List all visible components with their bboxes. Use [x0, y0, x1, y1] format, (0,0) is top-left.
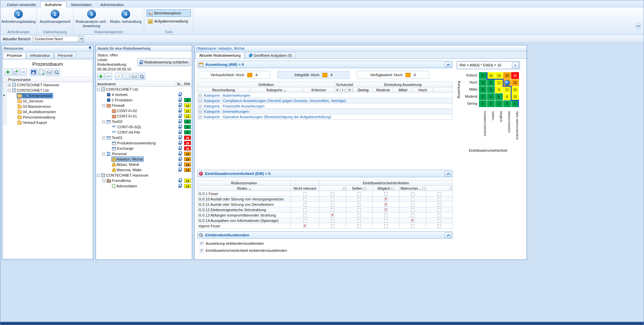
asset-tree-row[interactable]: Produktionsanwendung 25 — [96, 140, 192, 146]
ressourcen-tab[interactable]: Infrastruktur — [26, 52, 54, 58]
tree-expander-icon[interactable]: - — [8, 89, 11, 92]
expand-icon[interactable] — [199, 110, 202, 113]
sehr-wahrscheinlich-checkbox[interactable] — [437, 192, 441, 196]
anforderungskatalog-button[interactable]: 1 Anforderungskatalog — [2, 8, 35, 24]
selten-checkbox[interactable] — [357, 208, 361, 212]
unwahrscheinlich-checkbox[interactable] — [331, 224, 334, 228]
option-checkbox[interactable]: ✓ — [200, 249, 204, 252]
asset-tree-row[interactable]: CONT-Fi-01 12 — [96, 113, 192, 119]
sehr-wahrscheinlich-checkbox[interactable] — [437, 214, 441, 217]
nicht-relevant-checkbox[interactable] — [303, 214, 307, 217]
ew-wahrscheinlich-header[interactable]: Wahrschei... — [399, 186, 426, 191]
expand-icon[interactable] — [199, 115, 202, 119]
asset-tree-row[interactable]: - CONTECHNET Ltd. — [96, 87, 192, 92]
wahrscheinlich-checkbox[interactable] — [411, 197, 415, 201]
expand-matrix-button[interactable] — [512, 62, 519, 68]
wahrscheinlich-checkbox[interactable] — [411, 203, 415, 206]
moeglich-checkbox[interactable]: ✗ — [384, 203, 388, 206]
moeglich-checkbox[interactable] — [384, 219, 388, 223]
asset-node[interactable]: Exchange — [112, 146, 135, 151]
asset-tree-row[interactable]: Haladyn, Michal 16 — [96, 156, 192, 162]
asset-tree-row[interactable]: 4 Vertrieb — [96, 92, 192, 97]
nicht-relevant-checkbox[interactable] — [303, 197, 307, 201]
moeglich-checkbox[interactable] — [384, 192, 388, 196]
asset-tree-row[interactable]: Adressdaten 15 — [96, 183, 192, 189]
risk-scenario-row[interactable]: G 0.10 Ausfall oder Störung von Versorgu… — [198, 196, 453, 202]
unwahrscheinlich-checkbox[interactable] — [331, 192, 334, 196]
asset-node[interactable]: Wannow, Malte — [112, 168, 143, 172]
unwahrscheinlich-checkbox[interactable] — [331, 203, 334, 206]
sehr-wahrscheinlich-checkbox[interactable] — [437, 224, 441, 228]
asset-tree-row[interactable]: Exchange 25 — [96, 146, 192, 151]
asset-node[interactable]: Personal — [106, 151, 127, 156]
ressourcen-tab[interactable]: Prozesse — [3, 52, 26, 58]
asset-node[interactable]: CONT-04-File — [112, 130, 141, 135]
category-label[interactable]: Kategorie : Innenwirkungen — [204, 109, 249, 113]
sehr-wahrscheinlich-checkbox[interactable] — [437, 208, 441, 212]
tree-expander-icon[interactable]: + — [8, 84, 11, 87]
tree-expander-icon[interactable]: - — [97, 88, 100, 91]
risk-scenario-row[interactable]: G 0.1 Feuer — [198, 191, 453, 196]
asset-node[interactable]: CONT-Fi-01 — [112, 114, 138, 119]
asset-node[interactable]: CONTECHNET Ltd. — [101, 87, 140, 92]
asset-node[interactable]: Fremdfirma — [106, 178, 132, 183]
process-tree-row[interactable]: Personalverwaltung — [3, 114, 92, 120]
unwahrscheinlich-checkbox[interactable] — [331, 219, 334, 223]
collapse-auswirkung-button[interactable] — [445, 62, 451, 67]
wahrscheinlich-checkbox[interactable] — [411, 208, 415, 212]
asset-node[interactable]: CONT-Fi-02 — [112, 108, 138, 113]
risiko-column[interactable]: Risiko — [198, 186, 291, 191]
selten-checkbox[interactable] — [357, 224, 361, 228]
pin-icon[interactable] — [89, 46, 92, 50]
risikobehandlung-button[interactable]: 4 Risiko- behandlung — [110, 8, 142, 24]
category-label[interactable]: Kategorie : Operative Auswirkungen (Beei… — [204, 115, 331, 119]
expand-icon[interactable] — [199, 105, 202, 108]
wahrscheinlich-checkbox[interactable] — [411, 214, 415, 217]
berichteexplorer-button[interactable]: Berichteexplorer — [146, 9, 191, 17]
object-tab[interactable]: Geöffnete Aufgaben (0) — [245, 52, 296, 58]
risk-scenario-row[interactable]: G 0.14 Ausspähen von Informationen (Spio… — [198, 218, 453, 223]
asset-node[interactable]: Haladyn, Michal — [112, 157, 144, 161]
nicht-relevant-checkbox[interactable]: ✗ — [303, 224, 307, 228]
level-hoch-header[interactable]: Hoch — [413, 87, 433, 93]
edit-button[interactable] — [115, 73, 122, 80]
assetname-column[interactable]: Assetname — [96, 81, 175, 86]
aufgabenverwaltung-button[interactable]: Aufgabenverwaltung — [146, 17, 191, 25]
level-kritisch-header[interactable]: Kritisch — [433, 87, 452, 93]
ressourcen-tab[interactable]: Personal — [54, 52, 76, 58]
nicht-relevant-column[interactable]: Nicht relevant — [291, 186, 319, 191]
collapse-ew-button[interactable] — [445, 171, 451, 176]
selten-checkbox[interactable] — [357, 192, 361, 196]
tree-node[interactable]: 04_Ausfallszenarien — [17, 109, 57, 114]
option-checkbox[interactable]: ✓ — [200, 242, 204, 245]
assetmanagement-button[interactable]: 2 Assetmanagement — [39, 8, 71, 24]
export-button[interactable] — [38, 68, 45, 76]
asset-tree-row[interactable]: - Test01 25 — [96, 135, 192, 140]
process-tree-row[interactable]: 02_Services — [3, 98, 92, 104]
vertraulichkeit-column[interactable]: V — [335, 87, 341, 93]
tree-expander-icon[interactable]: - — [102, 179, 105, 182]
ribbon-tab[interactable]: Stammdaten — [66, 2, 96, 8]
asset-tree-row[interactable]: CONT-04-File 8 — [96, 130, 192, 135]
asset-tree-row[interactable]: 1 Produktion 8 — [96, 97, 192, 103]
tree-node[interactable]: CONTECHNET Ltd. — [12, 88, 51, 93]
moeglich-checkbox[interactable]: ✗ — [384, 208, 388, 212]
rw-column[interactable]: RW — [183, 81, 192, 86]
risk-scenario-row[interactable]: G 0.13 Abfangen kompromittierender Strah… — [198, 213, 453, 218]
copy-button[interactable] — [123, 73, 130, 80]
asset-tree-row[interactable]: - Fremdfirma 15 — [96, 178, 192, 183]
asset-tree-row[interactable]: - Test02 8 — [96, 119, 192, 124]
checkbox-icon[interactable] — [422, 187, 425, 190]
selten-checkbox[interactable] — [357, 219, 361, 223]
asset-tree-row[interactable]: - Firewall 12 — [96, 103, 192, 108]
wahrscheinlich-checkbox[interactable] — [411, 192, 415, 196]
ew-unwahrscheinlich-header[interactable]: Unwahrsch... — [319, 186, 346, 191]
checkbox-icon[interactable] — [343, 187, 346, 190]
prozessname-column[interactable]: Prozessname — [7, 77, 92, 82]
category-row[interactable]: Kategorie : Außenwirkungen — [198, 93, 453, 98]
tree-expander-icon[interactable]: - — [102, 120, 105, 123]
kategorie-column[interactable]: Kategorie — [250, 87, 303, 93]
process-tree-row[interactable]: + CONTECHNET Hannover — [3, 82, 92, 88]
process-tree-row[interactable]: - CONTECHNET Ltd. — [3, 88, 92, 93]
sehr-wahrscheinlich-checkbox[interactable] — [437, 219, 441, 223]
